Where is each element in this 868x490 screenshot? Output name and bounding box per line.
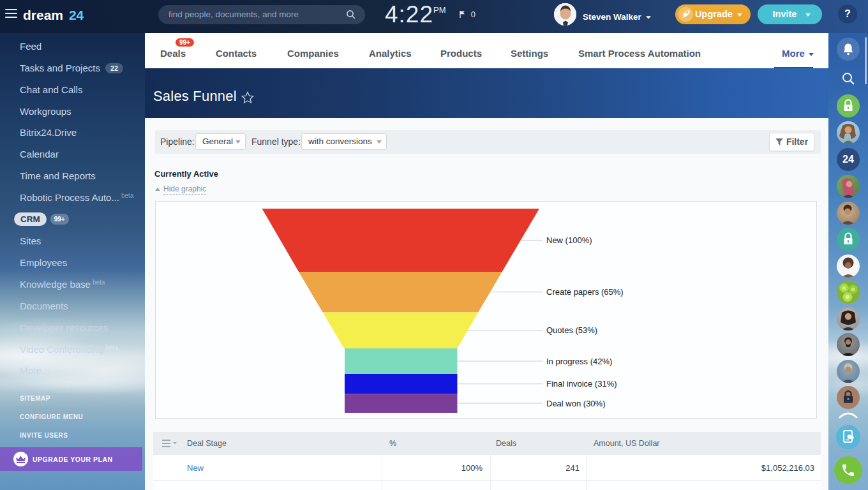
svg-text:Final invoice (31%): Final invoice (31%) bbox=[546, 379, 617, 389]
svg-text:Deal won (30%): Deal won (30%) bbox=[546, 399, 606, 408]
svg-text:Quotes (53%): Quotes (53%) bbox=[546, 325, 597, 335]
svg-text:New (100%): New (100%) bbox=[546, 235, 592, 245]
svg-text:In progress (42%): In progress (42%) bbox=[546, 357, 612, 366]
svg-text:Create papers (65%): Create papers (65%) bbox=[546, 287, 624, 297]
